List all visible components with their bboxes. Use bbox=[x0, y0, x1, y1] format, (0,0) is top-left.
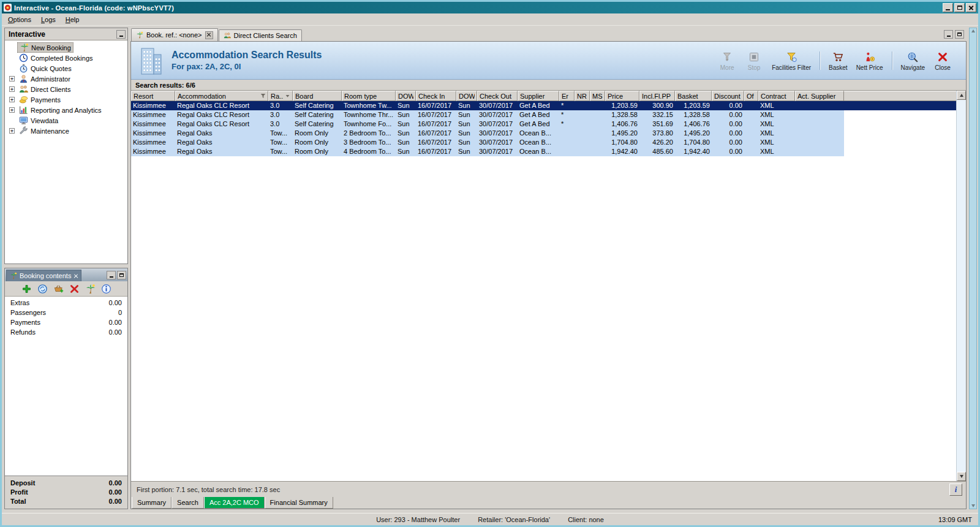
results-header: Accommodation Search Results For pax: 2A… bbox=[131, 42, 966, 80]
nett-price-button[interactable]: Nett Price bbox=[853, 49, 886, 72]
window-minimize-button[interactable] bbox=[943, 3, 953, 12]
basket-add-button[interactable] bbox=[53, 284, 64, 294]
expand-icon[interactable]: + bbox=[9, 86, 15, 92]
close-icon bbox=[969, 6, 974, 10]
transfer-button[interactable] bbox=[85, 284, 96, 294]
navigate-button[interactable]: Navigate bbox=[898, 49, 928, 72]
column-header-contract[interactable]: Contract bbox=[758, 91, 795, 101]
sidebar-item-quick-quotes[interactable]: Quick Quotes bbox=[5, 63, 127, 74]
expand-icon[interactable]: + bbox=[9, 107, 15, 113]
bottom-tab-acc-2a-2c-mco[interactable]: Acc 2A,2C MCO bbox=[204, 497, 265, 509]
sidebar-item-administrator[interactable]: +Administrator bbox=[5, 74, 127, 84]
column-header-basket[interactable]: Basket bbox=[675, 91, 712, 101]
window-close-button[interactable] bbox=[966, 3, 976, 12]
sidebar-item-reporting-and-analytics[interactable]: +Reporting and Analytics bbox=[5, 105, 127, 115]
tab-direct-clients-search[interactable]: Direct Clients Search bbox=[219, 29, 302, 41]
tab-book-ref-none[interactable]: Book. ref.: <none> bbox=[131, 28, 218, 41]
arrow-up-icon bbox=[971, 29, 975, 32]
info-button[interactable]: i bbox=[949, 483, 962, 496]
column-header-board[interactable]: Board bbox=[293, 91, 342, 101]
bottom-tab-financial-summary[interactable]: Financial Summary bbox=[265, 497, 333, 509]
result-row[interactable]: KissimmeeRegal OaksTow...Room Only4 Bedr… bbox=[131, 147, 956, 156]
column-header-resort[interactable]: Resort bbox=[131, 91, 175, 101]
cell: 16/07/2017 bbox=[416, 110, 456, 119]
result-row[interactable]: KissimmeeRegal OaksTow...Room Only3 Bedr… bbox=[131, 138, 956, 147]
cell: * bbox=[559, 119, 575, 129]
expand-icon[interactable]: + bbox=[9, 97, 15, 102]
cell bbox=[590, 110, 605, 119]
column-header-check-in[interactable]: Check In bbox=[416, 91, 456, 101]
tab-label: Book. ref.: <none> bbox=[146, 31, 202, 39]
add-button[interactable] bbox=[21, 284, 32, 294]
booking-tab-close-icon[interactable] bbox=[74, 274, 78, 278]
bottom-tab-summary[interactable]: Summary bbox=[132, 497, 172, 509]
cell: Sun bbox=[456, 101, 477, 110]
column-header-dow[interactable]: DOW bbox=[396, 91, 416, 101]
sidebar-item-payments[interactable]: +Payments bbox=[5, 94, 127, 105]
expand-icon[interactable]: + bbox=[9, 76, 15, 82]
result-row[interactable]: KissimmeeRegal Oaks CLC Resort3.0Self Ca… bbox=[131, 101, 956, 110]
cell bbox=[575, 129, 590, 138]
app-window: Interactive - Ocean-Florida (code: wNPbs… bbox=[0, 0, 980, 527]
sidebar-item-maintenance[interactable]: +Maintenance bbox=[5, 126, 127, 136]
booking-panel-minimize-button[interactable] bbox=[107, 271, 116, 279]
result-row[interactable]: KissimmeeRegal OaksTow...Room Only2 Bedr… bbox=[131, 129, 956, 138]
column-header-er[interactable]: Er bbox=[559, 91, 575, 101]
column-header-nr[interactable]: NR bbox=[575, 91, 590, 101]
menu-item-help[interactable]: Help bbox=[61, 14, 85, 25]
column-header-price[interactable]: Price bbox=[605, 91, 639, 101]
grid-body: KissimmeeRegal Oaks CLC Resort3.0Self Ca… bbox=[131, 101, 956, 481]
window-maximize-button[interactable] bbox=[954, 3, 965, 12]
info-button[interactable] bbox=[101, 284, 111, 294]
column-header-of[interactable]: Of bbox=[744, 91, 758, 101]
tab-close-button[interactable] bbox=[205, 31, 213, 39]
column-header-ra[interactable]: Ra... bbox=[268, 91, 293, 101]
basket-icon bbox=[832, 51, 843, 63]
column-header-discount[interactable]: Discount bbox=[712, 91, 744, 101]
scroll-up-button[interactable] bbox=[957, 91, 966, 100]
cell bbox=[795, 129, 844, 138]
delete-button[interactable] bbox=[69, 284, 80, 294]
titlebar[interactable]: Interactive - Ocean-Florida (code: wNPbs… bbox=[2, 2, 978, 13]
bottom-tab-search[interactable]: Search bbox=[172, 497, 204, 509]
menu-item-logs[interactable]: Logs bbox=[36, 14, 61, 25]
result-row[interactable]: KissimmeeRegal Oaks CLC Resort3.0Self Ca… bbox=[131, 119, 956, 129]
sidebar-item-content: Administrator bbox=[17, 74, 72, 84]
expand-icon[interactable]: + bbox=[9, 128, 15, 134]
window-scrollbar[interactable] bbox=[969, 28, 977, 509]
filter-icon[interactable] bbox=[260, 93, 266, 99]
refresh-button[interactable] bbox=[37, 284, 48, 294]
scroll-down-button[interactable] bbox=[957, 472, 966, 481]
tabgroup-maximize-button[interactable] bbox=[955, 30, 964, 39]
grid-scrollbar[interactable] bbox=[956, 91, 966, 481]
column-header-dow[interactable]: DOW bbox=[456, 91, 477, 101]
close-button[interactable]: Close bbox=[930, 49, 955, 72]
sidebar-item-completed-bookings[interactable]: Completed Bookings bbox=[5, 53, 127, 63]
booking-panel-maximize-button[interactable] bbox=[117, 271, 126, 279]
cell: 0.00 bbox=[712, 129, 744, 138]
sidebar-item-content: Viewdata bbox=[17, 115, 60, 126]
booking-contents-tab[interactable]: Booking contents bbox=[6, 270, 81, 281]
sidebar-item-new-booking[interactable]: New Booking bbox=[5, 42, 127, 53]
facilities-filter-button[interactable]: Facilities Filter bbox=[769, 49, 814, 72]
column-header-incl-fl-pp[interactable]: Incl.Fl.PP bbox=[639, 91, 675, 101]
menu-item-options[interactable]: Options bbox=[3, 14, 36, 25]
basket-button[interactable]: Basket bbox=[826, 49, 851, 72]
column-header-ms[interactable]: MS bbox=[590, 91, 605, 101]
column-header-check-out[interactable]: Check Out bbox=[477, 91, 518, 101]
cell: Tow... bbox=[268, 147, 293, 156]
tabgroup-minimize-button[interactable] bbox=[944, 30, 953, 39]
cell: 1,203.59 bbox=[675, 101, 712, 110]
column-header-accommodation[interactable]: Accommodation bbox=[175, 91, 268, 101]
column-header-room-type[interactable]: Room type bbox=[342, 91, 396, 101]
row-cells: KissimmeeRegal Oaks CLC Resort3.0Self Ca… bbox=[131, 119, 844, 129]
column-header-label: Price bbox=[608, 93, 637, 100]
column-header-supplier[interactable]: Supplier bbox=[518, 91, 559, 101]
panel-collapse-button[interactable] bbox=[116, 30, 126, 39]
column-header-act-supplier[interactable]: Act. Supplier bbox=[795, 91, 844, 101]
cell bbox=[744, 110, 758, 119]
sidebar-item-viewdata[interactable]: Viewdata bbox=[5, 115, 127, 126]
result-row[interactable]: KissimmeeRegal Oaks CLC Resort3.0Self Ca… bbox=[131, 110, 956, 119]
sidebar-item-direct-clients[interactable]: +Direct Clients bbox=[5, 84, 127, 94]
sort-icon[interactable] bbox=[285, 93, 290, 99]
